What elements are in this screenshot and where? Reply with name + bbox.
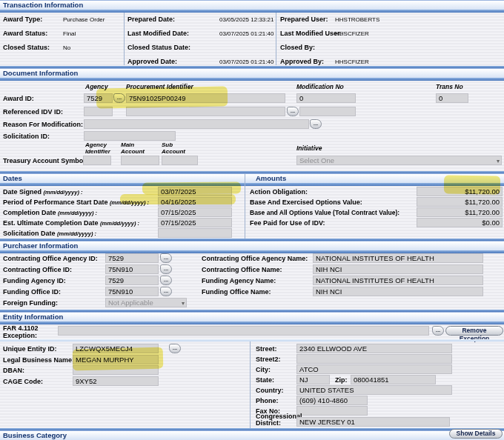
pop-start-date-label: Period of Performance Start Date (mm/dd/…	[3, 199, 149, 206]
far-exception-label-line2: Exception:	[3, 332, 37, 339]
section-title: Purchaser Information	[3, 241, 78, 250]
referenced-idv-lookup-button[interactable]: ...	[287, 107, 299, 116]
agency-column-header: Agency	[85, 83, 108, 90]
closed-by-label: Closed By:	[280, 44, 315, 51]
street2-label: Street2:	[256, 356, 281, 363]
congressional-district-field[interactable]: NEW JERSEY 01	[296, 417, 450, 427]
section-rule	[0, 183, 504, 186]
funding-office-lookup-button[interactable]: ...	[160, 287, 172, 296]
treasury-main-account-field[interactable]	[121, 156, 159, 165]
funding-agency-lookup-button[interactable]: ...	[160, 276, 172, 285]
funding-office-id-label: Funding Office ID:	[3, 288, 61, 296]
zip-field[interactable]: 080041851	[351, 375, 436, 384]
far-exception-label-line1: FAR 4.1102	[3, 324, 39, 332]
award-id-procurement-field[interactable]: 75N91025P00249	[126, 93, 285, 103]
referenced-idv-agency-field[interactable]	[84, 107, 113, 116]
reason-for-modification-lookup-button[interactable]: ...	[310, 119, 322, 129]
award-id-label: Award ID:	[3, 95, 34, 102]
action-obligation-label: Action Obligation:	[250, 188, 308, 196]
contracting-office-agency-id-field[interactable]: 7529	[105, 253, 159, 263]
fee-paid-idv-label: Fee Paid for Use of IDV:	[250, 219, 325, 227]
section-title: Entity Information	[3, 313, 63, 321]
city-field[interactable]: ATCO	[296, 364, 452, 374]
award-form: Transaction Information Award Type: Purc…	[0, 0, 504, 440]
country-field[interactable]: UNITED STATES	[296, 385, 452, 395]
pop-start-date-field[interactable]: 04/16/2025	[158, 197, 232, 207]
state-field[interactable]: NJ	[296, 375, 330, 384]
last-modified-user-label: Last Modified User:	[280, 30, 342, 37]
street-field[interactable]: 2340 ELLWOOD AVE	[296, 344, 452, 353]
prepared-user-label: Prepared User:	[280, 16, 328, 23]
base-exercised-options-field[interactable]: $11,720.00	[417, 197, 503, 207]
unique-entity-id-label: Unique Entity ID:	[3, 345, 57, 353]
est-ultimate-completion-date-field[interactable]: 07/15/2025	[158, 218, 232, 227]
treasury-sub-account-field[interactable]	[162, 156, 198, 165]
foreign-funding-label: Foreign Funding:	[3, 299, 58, 307]
initiative-column-header: Initiative	[296, 144, 322, 152]
unique-entity-id-field[interactable]: LZCWQX5MECJ4	[73, 344, 159, 353]
zip-label: Zip:	[335, 376, 348, 384]
fax-field[interactable]	[296, 406, 368, 416]
award-id-agency-field[interactable]: 7529	[84, 93, 113, 103]
congressional-district-label: Congressional District:	[256, 413, 299, 427]
contracting-office-agency-lookup-button[interactable]: ...	[160, 253, 172, 263]
base-all-options-field[interactable]: $11,720.00	[417, 207, 503, 217]
remove-exception-button[interactable]: Remove Exception	[445, 326, 503, 336]
est-ultimate-completion-date-label: Est. Ultimate Completion Date (mm/dd/yyy…	[3, 219, 139, 227]
contracting-office-agency-name-label: Contracting Office Agency Name:	[202, 255, 308, 262]
trans-no-field[interactable]: 0	[436, 93, 468, 103]
foreign-funding-selected-value: Not Applicable	[108, 299, 153, 307]
amounts-section-title: Amounts	[256, 174, 286, 183]
phone-field[interactable]: (609) 410-4860	[296, 396, 368, 405]
funding-office-name-field[interactable]: NIH NCI	[313, 287, 483, 296]
referenced-idv-id-field[interactable]	[126, 107, 285, 116]
reason-for-modification-field[interactable]	[84, 119, 309, 129]
treasury-account-symbol-label: Treasury Account Symbol:	[3, 157, 87, 164]
award-status-label: Award Status:	[3, 30, 47, 37]
section-header-document: Document Information	[0, 68, 504, 78]
closed-status-date-label: Closed Status Date:	[127, 44, 190, 51]
solicitation-id-label: Solicitation ID:	[3, 133, 50, 140]
street-label: Street:	[256, 345, 277, 353]
prepared-date-label: Prepared Date:	[127, 16, 175, 23]
reason-for-modification-label: Reason For Modification:	[3, 121, 83, 128]
legal-business-name-field[interactable]: MEGAN MURPHY	[73, 355, 159, 364]
last-modified-date-value: 03/07/2025 01:21:40	[219, 30, 273, 37]
date-format-hint: (mm/dd/yyyy) :	[100, 220, 139, 227]
fee-paid-idv-field[interactable]: $0.00	[417, 218, 503, 227]
cage-code-field[interactable]: 9XY52	[73, 376, 159, 386]
contracting-office-agency-name-field[interactable]: NATIONAL INSTITUTES OF HEALTH	[313, 253, 483, 263]
dban-field[interactable]	[73, 365, 159, 375]
far-exception-field[interactable]	[58, 326, 429, 336]
contracting-office-name-field[interactable]: NIH NCI	[313, 264, 483, 274]
approved-date-label: Approved Date:	[127, 58, 177, 65]
contracting-office-id-label: Contracting Office ID:	[3, 266, 72, 273]
base-all-options-label: Base and All Options Value (Total Contra…	[250, 209, 399, 216]
phone-label: Phone:	[256, 397, 279, 404]
initiative-select[interactable]: Select One ▾	[296, 156, 502, 165]
completion-date-field[interactable]: 07/15/2025	[158, 207, 232, 217]
section-title: Document Information	[3, 69, 78, 78]
referenced-idv-label: Referenced IDV ID:	[3, 108, 63, 116]
section-rule	[0, 321, 504, 324]
modification-no-field[interactable]: 0	[296, 93, 356, 103]
solicitation-date-field[interactable]	[158, 228, 232, 238]
funding-office-id-field[interactable]: 75N910	[105, 287, 159, 296]
referenced-idv-mod-field[interactable]	[299, 107, 356, 116]
street2-field[interactable]	[296, 354, 452, 364]
far-exception-lookup-button[interactable]: ...	[432, 326, 444, 336]
unique-entity-id-lookup-button[interactable]: ...	[169, 344, 181, 353]
treasury-agency-identifier-field[interactable]	[83, 156, 111, 165]
date-signed-field[interactable]: 03/07/2025	[158, 187, 232, 196]
contracting-office-lookup-button[interactable]: ...	[160, 264, 172, 274]
solicitation-id-field[interactable]	[84, 131, 176, 141]
award-id-lookup-button[interactable]: ...	[113, 93, 125, 103]
foreign-funding-select[interactable]: Not Applicable ▾	[105, 298, 187, 307]
date-format-hint: (mm/dd/yyyy) :	[110, 199, 149, 206]
funding-agency-id-field[interactable]: 7529	[105, 276, 159, 285]
action-obligation-field[interactable]: $11,720.00	[417, 187, 503, 196]
show-details-button[interactable]: Show Details	[449, 429, 503, 439]
contracting-office-id-field[interactable]: 75N910	[105, 264, 159, 274]
last-modified-date-label: Last Modified Date:	[127, 30, 189, 37]
funding-agency-name-field[interactable]: NATIONAL INSTITUTES OF HEALTH	[313, 276, 483, 285]
